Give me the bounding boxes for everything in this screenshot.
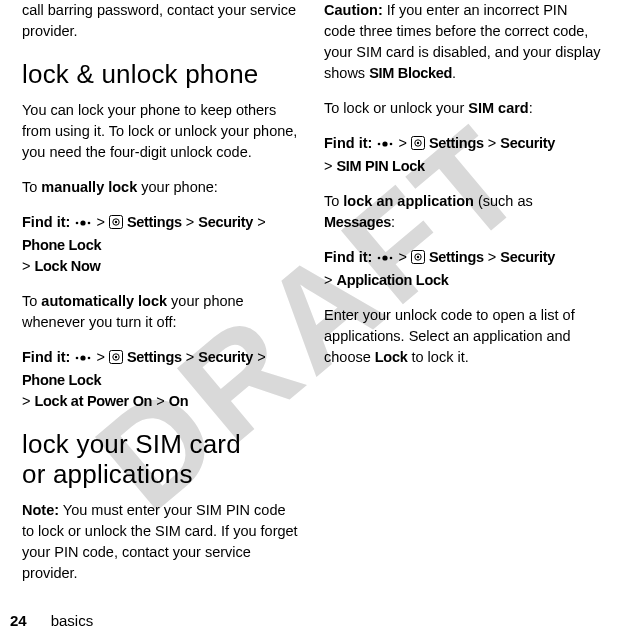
paragraph: You can lock your phone to keep others f… <box>22 100 300 163</box>
text-bold: lock an application <box>343 193 474 209</box>
paragraph: Enter your unlock code to open a list of… <box>324 305 602 368</box>
note-paragraph: Note: You must enter your SIM PIN code t… <box>22 500 300 584</box>
svg-point-7 <box>81 355 86 360</box>
page-footer: 24basics <box>10 612 93 629</box>
menu-lock: Lock <box>375 349 408 365</box>
menu-settings: Settings <box>429 135 484 151</box>
separator: > <box>324 272 332 288</box>
note-label: Note: <box>22 502 59 518</box>
menu-security: Security <box>198 214 253 230</box>
separator: > <box>186 349 194 365</box>
text: . <box>452 65 456 81</box>
separator: > <box>22 258 30 274</box>
find-it-line: Find it: > Settings > Security > Phone L… <box>22 347 300 412</box>
svg-point-11 <box>115 356 117 358</box>
heading-line1: lock your SIM card <box>22 429 241 459</box>
text: : <box>529 100 533 116</box>
menu-settings: Settings <box>429 249 484 265</box>
text: To <box>22 293 41 309</box>
svg-point-0 <box>76 222 79 225</box>
center-key-icon <box>74 349 92 370</box>
separator: > <box>96 349 104 365</box>
text: To <box>22 179 41 195</box>
settings-icon <box>109 349 123 370</box>
caution-label: Caution: <box>324 2 383 18</box>
menu-lock-at-power-on: Lock at Power On <box>35 393 153 409</box>
find-it-label: Find it: <box>324 135 372 151</box>
separator: > <box>488 249 496 265</box>
menu-settings: Settings <box>127 214 182 230</box>
svg-point-19 <box>383 256 388 261</box>
find-it-line: Find it: > Settings > Security > SIM PIN… <box>324 133 602 177</box>
separator: > <box>257 214 265 230</box>
settings-icon <box>109 214 123 235</box>
caution-paragraph: Caution: If you enter an incorrect PIN c… <box>324 0 602 84</box>
page-content: call barring password, contact your serv… <box>0 0 624 595</box>
heading-line2: or applications <box>22 459 193 489</box>
text: : <box>391 214 395 230</box>
page-number: 24 <box>10 612 27 629</box>
paragraph: To manually lock your phone: <box>22 177 300 198</box>
menu-sim-pin-lock: SIM PIN Lock <box>337 158 425 174</box>
center-key-icon <box>376 135 394 156</box>
find-it-label: Find it: <box>22 349 70 365</box>
separator: > <box>488 135 496 151</box>
svg-point-18 <box>378 257 381 260</box>
paragraph: To automatically lock your phone wheneve… <box>22 291 300 333</box>
svg-point-14 <box>390 143 393 146</box>
menu-security: Security <box>500 135 555 151</box>
separator: > <box>257 349 265 365</box>
find-it-label: Find it: <box>22 214 70 230</box>
separator: > <box>156 393 164 409</box>
left-column: call barring password, contact your serv… <box>10 0 312 595</box>
svg-point-2 <box>88 222 91 225</box>
text: To lock or unlock your <box>324 100 468 116</box>
menu-security: Security <box>500 249 555 265</box>
menu-application-lock: Application Lock <box>337 272 449 288</box>
svg-point-23 <box>417 256 419 258</box>
svg-point-20 <box>390 257 393 260</box>
find-it-label: Find it: <box>324 249 372 265</box>
center-key-icon <box>376 249 394 270</box>
find-it-line: Find it: > Settings > Security > Phone L… <box>22 212 300 277</box>
menu-messages: Messages <box>324 214 391 230</box>
sim-blocked: SIM Blocked <box>369 65 452 81</box>
paragraph: To lock an application (such as Messages… <box>324 191 602 233</box>
menu-security: Security <box>198 349 253 365</box>
svg-point-6 <box>76 357 79 360</box>
svg-point-17 <box>417 142 419 144</box>
svg-point-1 <box>81 220 86 225</box>
text-bold: automatically lock <box>41 293 167 309</box>
find-it-line: Find it: > Settings > Security > Applica… <box>324 247 602 291</box>
menu-on: On <box>169 393 189 409</box>
text: your phone: <box>137 179 218 195</box>
text: to lock it. <box>407 349 468 365</box>
right-column: Caution: If you enter an incorrect PIN c… <box>312 0 614 595</box>
menu-lock-now: Lock Now <box>35 258 101 274</box>
menu-phone-lock: Phone Lock <box>22 372 101 388</box>
text-bold: SIM card <box>468 100 528 116</box>
separator: > <box>398 135 406 151</box>
paragraph: call barring password, contact your serv… <box>22 0 300 42</box>
svg-point-8 <box>88 357 91 360</box>
text: To <box>324 193 343 209</box>
separator: > <box>324 158 332 174</box>
svg-point-5 <box>115 221 117 223</box>
separator: > <box>96 214 104 230</box>
svg-point-12 <box>378 143 381 146</box>
text-bold: manually lock <box>41 179 137 195</box>
menu-settings: Settings <box>127 349 182 365</box>
heading-lock-sim: lock your SIM card or applications <box>22 430 300 490</box>
separator: > <box>186 214 194 230</box>
separator: > <box>22 393 30 409</box>
note-text: You must enter your SIM PIN code to lock… <box>22 502 298 581</box>
section-name: basics <box>51 612 94 629</box>
center-key-icon <box>74 214 92 235</box>
heading-lock-unlock: lock & unlock phone <box>22 60 300 90</box>
settings-icon <box>411 135 425 156</box>
paragraph: To lock or unlock your SIM card: <box>324 98 602 119</box>
separator: > <box>398 249 406 265</box>
menu-phone-lock: Phone Lock <box>22 237 101 253</box>
settings-icon <box>411 249 425 270</box>
text: (such as <box>474 193 533 209</box>
